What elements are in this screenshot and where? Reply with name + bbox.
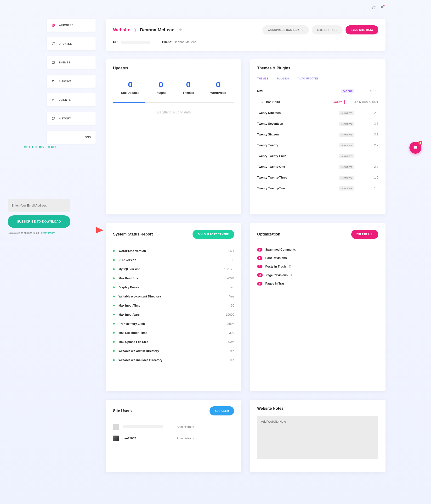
stat-label: Site Updates — [121, 91, 139, 95]
status-dot-icon — [113, 305, 115, 306]
star-icon[interactable]: ★ — [179, 28, 182, 32]
sidebar-item-plugins[interactable]: PLUGINS — [47, 75, 96, 88]
status-name: Max Execution Time — [119, 331, 229, 334]
theme-version: 1.2 — [364, 154, 378, 158]
user-name-redacted — [123, 425, 163, 428]
status-value: 8 — [232, 259, 234, 262]
opt-label: Pages in Trash — [265, 282, 286, 285]
notes-input[interactable] — [257, 416, 378, 459]
optimization-row: 51 Page Revisions — [257, 271, 378, 279]
status-value: No — [230, 286, 234, 289]
privacy-link[interactable]: Privacy Policy — [39, 232, 54, 234]
system-title: System Status Report — [113, 232, 153, 236]
refresh-icon — [52, 42, 55, 45]
theme-version: 3.3 — [364, 133, 378, 136]
theme-row[interactable]: Divi PARENT 4.27.0 — [257, 86, 378, 96]
history-icon — [52, 117, 55, 120]
optimization-title: Optimization — [257, 232, 280, 236]
system-status-row: Writable wp-content Directory Yes — [113, 292, 234, 301]
sync-site-button[interactable]: SYNC SITE DATA — [346, 25, 378, 35]
sidebar-item-label: UPDATES — [59, 42, 72, 45]
theme-row[interactable]: Twenty Twenty-One INACTIVE 2.3 — [257, 162, 378, 172]
system-status-row: Display Errors No — [113, 283, 234, 292]
theme-row[interactable]: Twenty Seventeen INACTIVE 3.7 — [257, 118, 378, 129]
status-name: PHP Memory Limit — [119, 322, 227, 325]
sidebar-item-history[interactable]: HISTORY — [47, 112, 96, 125]
update-stat: 0Plugins — [156, 80, 166, 95]
delete-all-button[interactable]: DELETE ALL — [351, 230, 378, 239]
theme-status-badge: INACTIVE — [339, 143, 354, 147]
theme-status-badge: ACTIVE — [331, 100, 345, 104]
optimization-row: 0 Post Revisions — [257, 254, 378, 262]
trash-icon[interactable] — [289, 265, 292, 269]
opt-label: Post Revisions — [265, 256, 287, 260]
bell-icon[interactable] — [380, 6, 384, 10]
status-value: 6.6.1 — [228, 249, 234, 253]
url-label: URL: — [113, 40, 120, 44]
chat-bubble[interactable]: 3 — [409, 142, 422, 154]
user-row[interactable]: dee35007 Administrator — [113, 433, 234, 444]
theme-row[interactable]: Twenty Nineteen INACTIVE 2.9 — [257, 108, 378, 118]
updates-title: Updates — [113, 66, 234, 70]
site-users-card: Site Users ADD USER Administrator dee350… — [106, 400, 241, 472]
theme-name: Twenty Twenty-Four — [257, 154, 339, 158]
user-row[interactable]: Administrator — [113, 421, 234, 433]
theme-row[interactable]: Twenty Twenty-Three INACTIVE 1.5 — [257, 172, 378, 183]
promo-subscribe-button[interactable]: SUBSCRIBE TO DOWNLOAD — [8, 215, 70, 228]
theme-row[interactable]: Twenty Twenty-Two INACTIVE 1.8 — [257, 183, 378, 194]
status-name: MySQL Version — [119, 268, 224, 271]
system-status-row: PHP Version 8 — [113, 256, 234, 265]
stat-number: 0 — [156, 80, 166, 89]
theme-name: Divi — [257, 89, 341, 93]
theme-status-badge: PARENT — [341, 89, 354, 93]
status-dot-icon — [113, 341, 115, 343]
theme-row[interactable]: Twenty Twenty-Four INACTIVE 1.2 — [257, 151, 378, 162]
sidebar-item-clients[interactable]: CLIENTS — [47, 93, 96, 106]
promo-email-input[interactable] — [8, 199, 70, 212]
tp-title: Themes & Plugins — [257, 66, 378, 70]
stat-number: 0 — [121, 80, 139, 89]
optimization-card: Optimization DELETE ALL 0 Spammed Commen… — [250, 223, 385, 391]
sidebar-item-themes[interactable]: THEMES — [47, 56, 96, 69]
system-status-row: Writable wp-admin Directory Yes — [113, 347, 234, 356]
theme-status-badge: INACTIVE — [339, 111, 354, 115]
wp-dashboard-button[interactable]: WORDPRESS DASHBOARD — [262, 25, 309, 35]
globe-icon — [52, 23, 55, 27]
status-value: 10.5.25 — [224, 268, 234, 271]
site-settings-button[interactable]: SITE SETTINGS — [312, 25, 343, 35]
refresh-icon[interactable] — [372, 6, 376, 10]
tab-plugins[interactable]: PLUGINS — [277, 77, 289, 83]
status-dot-icon — [113, 332, 115, 333]
user-name: dee35007 — [123, 437, 173, 440]
trash-icon[interactable] — [291, 273, 294, 277]
sidebar-item-websites[interactable]: WEBSITES — [47, 19, 96, 32]
divi-support-button[interactable]: DIVI SUPPORT CENTER — [193, 230, 234, 239]
chat-badge: 3 — [418, 141, 422, 145]
status-dot-icon — [113, 359, 115, 361]
breadcrumb-root[interactable]: Website — [113, 27, 130, 33]
theme-row[interactable]: Divi Child ACTIVE 4.5.6.1597771821 — [257, 96, 378, 108]
status-value: 256M — [227, 322, 234, 325]
website-header: Website ❯ Deanna McLean ★ WORDPRESS DASH… — [106, 19, 385, 51]
theme-row[interactable]: Twenty Twenty INACTIVE 2.7 — [257, 140, 378, 151]
opt-count-badge: 0 — [257, 256, 262, 260]
user-name — [123, 425, 173, 429]
opt-count-badge: 2 — [257, 265, 262, 268]
status-name: Writable wp-admin Directory — [119, 349, 229, 353]
tab-themes[interactable]: THEMES — [257, 77, 268, 83]
status-name: Max Input Vars — [119, 313, 226, 316]
updates-card: Updates 0Site Updates0Plugins0Themes0Wor… — [106, 59, 241, 215]
sidebar-item-updates[interactable]: UPDATES — [47, 37, 96, 50]
add-user-button[interactable]: ADD USER — [210, 406, 234, 415]
breadcrumb: Website ❯ Deanna McLean ★ — [113, 27, 182, 33]
theme-name: Twenty Nineteen — [257, 111, 339, 115]
theme-version: 2.3 — [364, 165, 378, 169]
sidebar-item-label: HISTORY — [59, 117, 71, 120]
theme-row[interactable]: Twenty Sixteen INACTIVE 3.3 — [257, 129, 378, 140]
status-dot-icon — [113, 250, 115, 252]
tab-auto-updates[interactable]: AUTO UPDATES — [298, 77, 319, 83]
update-stat: 0Site Updates — [121, 80, 139, 95]
status-name: PHP Version — [119, 259, 232, 262]
status-value: 200M — [227, 277, 234, 280]
theme-version: 3.7 — [364, 122, 378, 126]
